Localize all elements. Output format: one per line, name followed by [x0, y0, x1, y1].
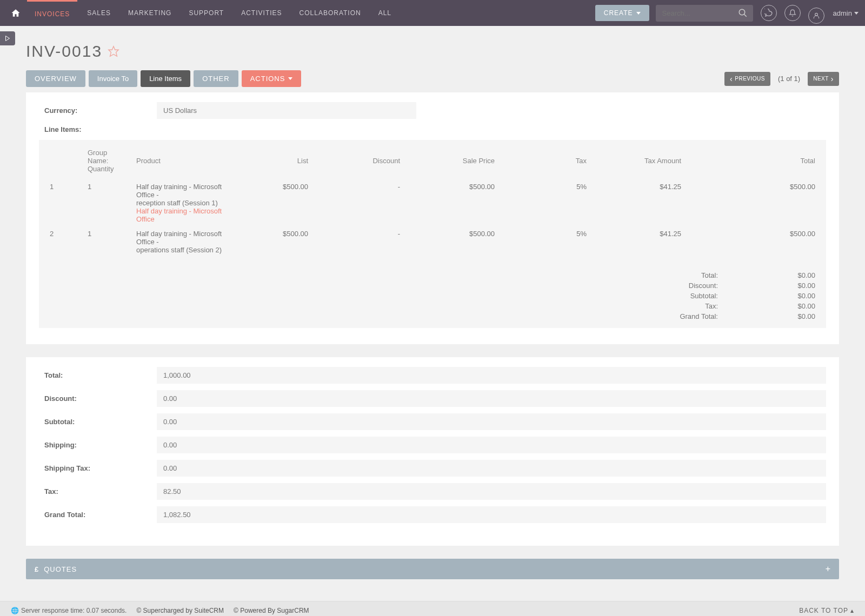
- create-label: CREATE: [604, 9, 633, 17]
- th-list: List: [241, 146, 311, 179]
- nav-marketing[interactable]: MARKETING: [121, 0, 179, 26]
- row-total: $500.00: [684, 226, 819, 257]
- svg-line-1: [744, 14, 747, 17]
- messages-icon[interactable]: [761, 5, 777, 21]
- back-to-top-label: BACK TO TOP: [799, 607, 848, 614]
- row-discount: -: [311, 179, 403, 226]
- previous-label: PREVIOUS: [735, 76, 765, 82]
- product-link[interactable]: Half day training - Microsoft Office: [136, 207, 238, 223]
- summary-label: Shipping Tax:: [31, 464, 157, 472]
- row-total: $500.00: [684, 179, 819, 226]
- sugarcrm-link[interactable]: © Powered By SugarCRM: [234, 607, 309, 614]
- summary-label: Total:: [31, 371, 157, 379]
- nav-collaboration[interactable]: COLLABORATION: [292, 0, 369, 26]
- summary-label: Discount:: [31, 394, 157, 403]
- nav-support[interactable]: SUPPORT: [181, 0, 231, 26]
- th-discount: Discount: [311, 146, 403, 179]
- quotes-add-icon[interactable]: +: [826, 564, 830, 574]
- tab-overview[interactable]: OVERVIEW: [26, 70, 85, 87]
- caret-down-icon: [854, 12, 859, 15]
- search-icon[interactable]: [738, 8, 748, 18]
- chevron-up-icon: ▴: [850, 607, 854, 614]
- summary-value: 1,082.50: [157, 506, 826, 523]
- group-total-row: Tax:$0.00: [46, 301, 819, 311]
- group-total-value: $0.00: [718, 302, 815, 310]
- favorite-star-icon[interactable]: [108, 45, 119, 57]
- th-product: Product: [133, 146, 241, 179]
- row-tax: 5%: [498, 179, 590, 226]
- top-navbar: INVOICES SALES MARKETING SUPPORT ACTIVIT…: [0, 0, 865, 26]
- home-icon[interactable]: [6, 8, 25, 18]
- row-sale: $500.00: [403, 226, 498, 257]
- summary-row: Discount:0.00: [31, 390, 834, 407]
- group-total-label: Tax:: [705, 302, 718, 310]
- summary-value: 0.00: [157, 437, 826, 453]
- side-expand-tab[interactable]: [0, 31, 15, 45]
- group-total-value: $0.00: [718, 312, 815, 320]
- summary-card: Total:1,000.00Discount:0.00Subtotal:0.00…: [26, 357, 839, 546]
- admin-menu[interactable]: admin: [833, 9, 859, 17]
- summary-row: Tax:82.50: [31, 483, 834, 500]
- next-button[interactable]: NEXT: [808, 72, 839, 86]
- user-icon[interactable]: [808, 8, 824, 24]
- row-discount: -: [311, 226, 403, 257]
- summary-row: Total:1,000.00: [31, 367, 834, 384]
- actions-menu[interactable]: ACTIONS: [242, 70, 302, 87]
- group-name-label: Group Name:: [88, 149, 108, 165]
- globe-icon: 🌐: [11, 607, 19, 614]
- notifications-icon[interactable]: [784, 5, 801, 21]
- admin-label: admin: [833, 9, 852, 17]
- next-label: NEXT: [813, 76, 829, 82]
- group-total-value: $0.00: [718, 292, 815, 300]
- summary-label: Grand Total:: [31, 511, 157, 519]
- nav-all[interactable]: ALL: [371, 0, 399, 26]
- summary-label: Shipping:: [31, 441, 157, 449]
- pound-icon: £: [35, 565, 38, 573]
- summary-label: Tax:: [31, 487, 157, 496]
- svg-point-0: [739, 9, 745, 15]
- line-items-label: Line Items:: [31, 125, 157, 133]
- back-to-top[interactable]: BACK TO TOP ▴: [799, 607, 854, 614]
- tab-line-items[interactable]: Line Items: [141, 70, 190, 87]
- row-qty: 1: [84, 179, 133, 226]
- tab-invoice-to[interactable]: Invoice To: [89, 70, 137, 87]
- group-total-row: Discount:$0.00: [46, 280, 819, 291]
- quotes-panel[interactable]: £ QUOTES +: [26, 559, 839, 579]
- line-items-card: Currency: US Dollars Line Items: Group N…: [26, 92, 839, 344]
- nav-sales[interactable]: SALES: [79, 0, 118, 26]
- row-num: 2: [46, 226, 84, 257]
- footer: 🌐Server response time: 0.07 seconds. © S…: [0, 601, 865, 616]
- nav-invoices[interactable]: INVOICES: [27, 0, 77, 26]
- row-list: $500.00: [241, 179, 311, 226]
- group-total-label: Subtotal:: [690, 292, 718, 300]
- nav-activities[interactable]: ACTIVITIES: [234, 0, 289, 26]
- currency-label: Currency:: [31, 106, 157, 115]
- summary-value: 1,000.00: [157, 367, 826, 384]
- suitecrm-link[interactable]: © Supercharged by SuiteCRM: [136, 607, 224, 614]
- row-qty: 1: [84, 226, 133, 257]
- row-tax-amount: $41.25: [590, 226, 684, 257]
- th-sale-price: Sale Price: [403, 146, 498, 179]
- row-tax: 5%: [498, 226, 590, 257]
- summary-value: 0.00: [157, 390, 826, 407]
- row-sale: $500.00: [403, 179, 498, 226]
- summary-label: Subtotal:: [31, 418, 157, 426]
- pager-count: (1 of 1): [778, 75, 800, 83]
- summary-row: Subtotal:0.00: [31, 413, 834, 430]
- row-product: Half day training - Microsoft Office - o…: [133, 226, 241, 257]
- previous-button[interactable]: PREVIOUS: [724, 72, 770, 86]
- group-total-row: Subtotal:$0.00: [46, 291, 819, 301]
- currency-value: US Dollars: [157, 102, 416, 119]
- table-row: 21Half day training - Microsoft Office -…: [46, 226, 819, 257]
- tab-other[interactable]: OTHER: [194, 70, 238, 87]
- quotes-label: QUOTES: [44, 565, 77, 573]
- group-total-row: Grand Total:$0.00: [46, 311, 819, 322]
- create-button[interactable]: CREATE: [595, 5, 649, 21]
- th-total: Total: [684, 146, 819, 179]
- group-total-row: Total:$0.00: [46, 270, 819, 280]
- th-tax-amount: Tax Amount: [590, 146, 684, 179]
- row-num: 1: [46, 179, 84, 226]
- group-total-label: Discount:: [689, 282, 718, 290]
- caret-down-icon: [288, 77, 292, 80]
- caret-down-icon: [636, 12, 641, 15]
